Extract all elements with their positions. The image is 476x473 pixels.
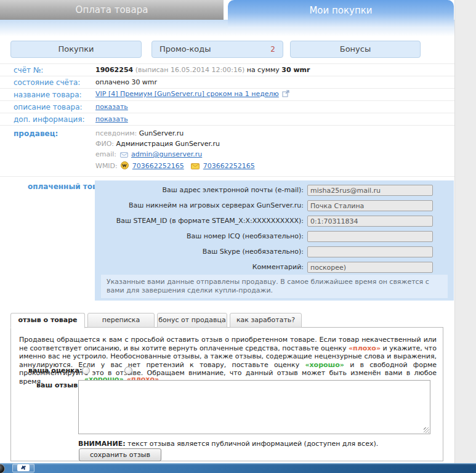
invoice-number: 19062254 [95,66,133,74]
seller-wmid-line: WMID: 703662252165 703662252165 [95,161,255,172]
product-link[interactable]: VIP [4] Премиум [GunServer.ru] сроком на… [95,90,279,98]
promo-codes-label: Промо-коды [159,44,211,54]
extra-info-row: доп. информация: показать [0,113,454,126]
taskbar [0,463,476,473]
good-radio[interactable] [82,366,90,374]
seller-row: продавец: псевдоним: GunServer.ru ФИО: А… [0,126,454,177]
seller-label: продавец: [14,128,95,138]
bad-radio[interactable] [124,366,132,374]
seller-email-link[interactable]: admin@gunserver.ru [131,150,202,158]
status-label: состояние счёта: [14,78,95,87]
seller-wmid2-link[interactable]: 703662252165 [203,162,255,170]
product-label: название товара: [14,91,95,99]
seller-fio-line: ФИО: Администрация GunServer.ru [95,139,255,149]
status-value: оплачено 30 wmr [95,78,157,86]
invoice-value: 19062254 (выписан 16.05.2014 12:00:16) н… [95,66,310,74]
field-email-label: Ваш адрес электронной почты (e-mail): [95,185,304,196]
sent-to-seller-note: Указанные вами данные отправлены продавц… [101,275,448,298]
seller-nickname-line: псевдоним: GunServer.ru [95,128,255,139]
rating-label: ваша оценка: [28,366,82,374]
field-email-input[interactable] [307,185,433,196]
nickname-label: псевдоним: [95,129,137,137]
wmid-label: WMID: [95,162,118,170]
invoice-label: счёт №: [14,66,95,75]
fio-value: Администрация GunServer.ru [116,140,220,148]
tab-seller-bonus[interactable]: бонус от продавца [157,313,227,328]
field-row-skype: Ваш Skype (необязательно): [95,246,454,257]
textarea-resize-handle[interactable] [424,427,429,433]
review-tabs: отзыв о товаре переписка бонус от продав… [10,313,302,328]
order-details: счёт №: 19062254 (выписан 16.05.2014 12:… [0,63,454,177]
review-panel: Продавец обращается к вам с просьбой ост… [10,327,443,461]
nickname-value: GunServer.ru [139,129,184,137]
field-icq-label: Ваш номер ICQ (необязательно): [95,231,304,242]
field-steamid-label: Ваш STEAM_ID (в формате STEAM_X:X:XXXXXX… [95,216,304,227]
yellow-mail-icon [191,162,200,172]
email-label: email: [95,150,116,158]
tab-my-purchases[interactable]: Мои покупки [228,0,454,28]
invoice-amount: 30 wmr [281,66,310,74]
invoice-sum-text: на сумму [247,66,280,74]
purchases-button[interactable]: Покупки [10,41,142,58]
promo-codes-button[interactable]: Промо-коды 2 [151,41,283,58]
intro-bad-word: «плохо» [349,344,381,352]
intro-good-word: «хорошо» [305,361,344,369]
external-link-icon[interactable] [282,90,289,99]
field-row-steamid: Ваш STEAM_ID (в формате STEAM_X:X:XXXXXX… [95,216,454,227]
seller-email-line: email: admin@gunserver.ru [95,149,255,161]
product-row: название товара: VIP [4] Премиум [GunSer… [0,89,454,101]
field-comment-input[interactable] [307,262,433,273]
promo-codes-badge: 2 [270,41,275,57]
field-row-nickname: Ваш никнейм на игровых серверах GunServe… [95,200,454,211]
show-extra-info-link[interactable]: показать [95,115,128,123]
tab-review[interactable]: отзыв о товаре [10,313,85,328]
bonuses-button[interactable]: Бонусы [290,41,421,58]
field-row-icq: Ваш номер ICQ (необязательно): [95,231,454,242]
description-row: описание товара: показать [0,101,454,113]
warning-rest: текст отзыва является публичной информац… [126,440,379,448]
save-review-button[interactable]: сохранить отзыв [79,448,161,461]
review-text-label: ваш отзыв: [36,381,81,389]
warning-line: ВНИМАНИЕ: текст отзыва является публично… [78,440,378,448]
paid-product-box: Ваш адрес электронной почты (e-mail): Ва… [95,180,454,301]
field-row-comment: Комментарий: [95,262,454,273]
page-gutter [454,0,476,473]
show-description-link[interactable]: показать [95,103,128,111]
field-steamid-input[interactable] [307,216,433,227]
seller-info: псевдоним: GunServer.ru ФИО: Администрац… [95,128,255,172]
tab-how-to-earn[interactable]: как заработать? [230,313,302,328]
description-label: описание товара: [14,103,95,111]
tab-payment[interactable]: Оплата товара [0,0,224,20]
taskbar-app-button[interactable] [12,464,34,472]
field-nickname-input[interactable] [307,200,433,211]
extra-info-label: доп. информация: [14,115,95,124]
field-row-email: Ваш адрес электронной почты (e-mail): [95,185,454,196]
page: Оплата товара Мои покупки Покупки Промо-… [0,0,476,473]
invoice-row: счёт №: 19062254 (выписан 16.05.2014 12:… [0,64,454,76]
field-skype-label: Ваш Skype (необязательно): [95,246,304,257]
game-app-icon [17,464,30,471]
tab-correspondence[interactable]: переписка [87,313,155,328]
field-skype-input[interactable] [307,246,433,257]
webmoney-icon [121,161,129,172]
field-comment-label: Комментарий: [95,262,304,273]
invoice-issued: (выписан 16.05.2014 12:00:16) [135,66,244,74]
status-row: состояние счёта: оплачено 30 wmr [0,76,454,89]
fio-label: ФИО: [95,140,114,148]
warning-bold: ВНИМАНИЕ: [78,440,126,448]
envelope-icon [120,150,128,161]
seller-wmid-link[interactable]: 703662252165 [132,162,184,170]
review-textarea[interactable] [78,380,430,434]
rating-row: ваша оценка: «хорошо» «плохо» [28,366,82,375]
field-nickname-label: Ваш никнейм на игровых серверах GunServe… [95,200,304,211]
field-icq-input[interactable] [307,231,433,242]
